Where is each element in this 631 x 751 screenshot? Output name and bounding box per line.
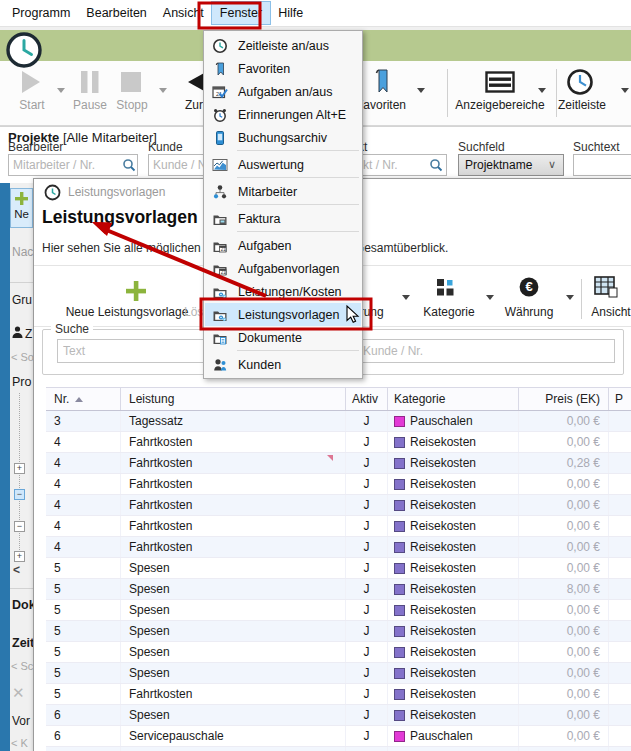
table-cell	[609, 432, 631, 452]
table-row[interactable]: 5SpesenJReisekosten8,00 €	[46, 579, 631, 600]
kategorie-color-swatch	[394, 563, 405, 574]
table-row[interactable]: 4FahrtkostenJReisekosten0,00 €	[46, 432, 631, 453]
table-cell: 8,00 €	[519, 579, 609, 599]
table-cell: 4	[46, 537, 121, 557]
pro-fragment: Pro	[12, 375, 31, 389]
suche-kunde-input[interactable]	[357, 339, 615, 363]
menu-item-aufgaben[interactable]: 21Aufgaben	[205, 234, 361, 257]
table-cell: Reisekosten	[388, 495, 519, 515]
stopp-button[interactable]	[120, 71, 142, 97]
table-cell	[609, 537, 631, 557]
table-cell: J	[346, 663, 388, 683]
menubar-item-hilfe[interactable]: Hilfe	[270, 2, 311, 24]
menu-item-mitarbeiter[interactable]: Mitarbeiter	[205, 180, 361, 203]
table-cell: Fahrtkosten	[121, 495, 346, 515]
favoriten-caret[interactable]	[417, 88, 425, 93]
waehrung-caret[interactable]	[566, 295, 574, 300]
pause-button[interactable]	[79, 70, 101, 98]
table-cell: J	[346, 411, 388, 431]
column-header-preis-ek-[interactable]: Preis (EK)	[519, 388, 609, 410]
column-header-kategorie[interactable]: Kategorie	[388, 388, 519, 410]
table-row[interactable]: 4FahrtkostenJReisekosten0,00 €	[46, 495, 631, 516]
menu-item-buchungsarchiv[interactable]: Buchungsarchiv	[205, 126, 361, 149]
table-row[interactable]: 3TagessatzJPauschalen0,00 €	[46, 411, 631, 432]
start-button[interactable]	[18, 69, 44, 99]
page-title: Leistungsvorlagen	[42, 207, 198, 228]
tree-expander-plus[interactable]: +	[14, 551, 25, 562]
menu-item-label: Faktura	[238, 212, 280, 226]
menubar-item-bearbeiten[interactable]: Bearbeiten	[78, 2, 154, 24]
table-row[interactable]: 6ServicepauschaleJPauschalen0,00 €	[46, 747, 631, 751]
menu-item-kunden[interactable]: Kunden	[205, 353, 361, 376]
table-cell	[609, 474, 631, 494]
menubar-item-ansicht[interactable]: Ansicht	[155, 2, 212, 24]
table-cell: Reisekosten	[388, 684, 519, 704]
close-x-icon[interactable]: ✕	[12, 684, 25, 702]
menu-item-leistungsvorlagen[interactable]: Leistungsvorlagen	[205, 303, 361, 326]
scroll-left-arrow[interactable]: <	[13, 563, 20, 577]
suche-label: Suche	[51, 322, 93, 336]
table-cell	[609, 726, 631, 746]
start-caret[interactable]	[57, 88, 65, 93]
table-row[interactable]: 5SpesenJReisekosten0,00 €	[46, 558, 631, 579]
project-tree-fragment[interactable]: + − − +	[10, 393, 33, 568]
search-icon[interactable]	[122, 158, 136, 176]
favoriten-button[interactable]	[371, 68, 391, 99]
table-row[interactable]: 4FahrtkostenJReisekosten0,00 €	[46, 474, 631, 495]
table-row[interactable]: 6ServicepauschaleJPauschalen0,00 €	[46, 726, 631, 747]
table-row[interactable]: 5SpesenJReisekosten0,00 €	[46, 600, 631, 621]
table-row[interactable]: 4FahrtkostenJReisekosten0,28 €	[46, 453, 631, 474]
menu-item-label: Aufgaben	[238, 239, 292, 253]
zeitleiste-caret[interactable]	[621, 88, 629, 93]
search-icon[interactable]	[429, 158, 443, 176]
menubar-item-programm[interactable]: Programm	[4, 2, 78, 24]
table-cell: 4	[46, 432, 121, 452]
table-row[interactable]: 5SpesenJReisekosten0,00 €	[46, 642, 631, 663]
menu-separator	[237, 204, 359, 205]
zeitleiste-button[interactable]	[566, 68, 594, 100]
stopp-caret[interactable]	[159, 88, 167, 93]
suchtext-input[interactable]	[573, 154, 631, 176]
column-header-aktiv[interactable]: Aktiv	[346, 388, 388, 410]
table-cell: Fahrtkosten	[121, 684, 346, 704]
neu-button[interactable]: Ne	[10, 188, 33, 228]
menu-item-zeitleiste-an-aus[interactable]: Zeitleiste an/aus	[205, 34, 361, 57]
suchfeld-select[interactable]: Projektname ∨	[458, 154, 564, 176]
tree-expander-minus[interactable]: −	[14, 521, 25, 532]
column-header-leistung[interactable]: Leistung	[121, 388, 346, 410]
euro-icon: €	[519, 277, 539, 301]
menu-item-leistungen-kosten[interactable]: Leistungen/Kosten	[205, 280, 361, 303]
menu-item-erinnerungen-alt-e[interactable]: Erinnerungen Alt+E	[205, 103, 361, 126]
erung-caret[interactable]	[402, 295, 410, 300]
anzeigebereiche-button[interactable]	[485, 71, 515, 97]
menu-item-dokumente[interactable]: Dokumente	[205, 326, 361, 349]
kategorie-caret[interactable]	[486, 295, 494, 300]
anzeigebereiche-caret[interactable]	[538, 88, 546, 93]
tree-expander-minus-selected[interactable]: −	[14, 489, 25, 500]
tree-expander-plus[interactable]: +	[14, 463, 25, 474]
table-row[interactable]: 6SpesenJReisekosten0,00 €	[46, 705, 631, 726]
table-row[interactable]: 5SpesenJReisekosten0,00 €	[46, 621, 631, 642]
menu-item-favoriten[interactable]: Favoriten	[205, 57, 361, 80]
table-row[interactable]: 4FahrtkostenJReisekosten0,00 €	[46, 516, 631, 537]
menu-item-aufgabenvorlagen[interactable]: 21Aufgabenvorlagen	[205, 257, 361, 280]
table-row[interactable]: 5FahrtkostenJReisekosten0,00 €	[46, 684, 631, 705]
table-row[interactable]: 5SpesenJReisekosten0,00 €	[46, 663, 631, 684]
menubar-item-fenster[interactable]: Fenster	[212, 2, 270, 24]
column-header-nr-[interactable]: Nr.	[46, 388, 121, 410]
kategorie-color-swatch	[394, 731, 405, 742]
fenster-dropdown-menu: Zeitleiste an/ausFavoriten21Aufgaben an/…	[203, 30, 363, 379]
kunde-label: Kunde	[148, 140, 183, 154]
table-row[interactable]: 4FahrtkostenJReisekosten0,00 €	[46, 537, 631, 558]
chart-icon	[212, 157, 228, 173]
menu-item-faktura[interactable]: Faktura	[205, 207, 361, 230]
menu-item-auswertung[interactable]: Auswertung	[205, 153, 361, 176]
column-header-p[interactable]: P	[609, 388, 631, 410]
bookmark-icon	[212, 61, 228, 77]
menu-item-aufgaben-an-aus[interactable]: 21Aufgaben an/aus	[205, 80, 361, 103]
bearbeiter-input[interactable]	[8, 154, 138, 176]
sort-ascending-icon	[75, 397, 83, 402]
table-cell	[609, 516, 631, 536]
table-cell	[609, 663, 631, 683]
folder-calendar-icon: 21	[212, 261, 228, 277]
